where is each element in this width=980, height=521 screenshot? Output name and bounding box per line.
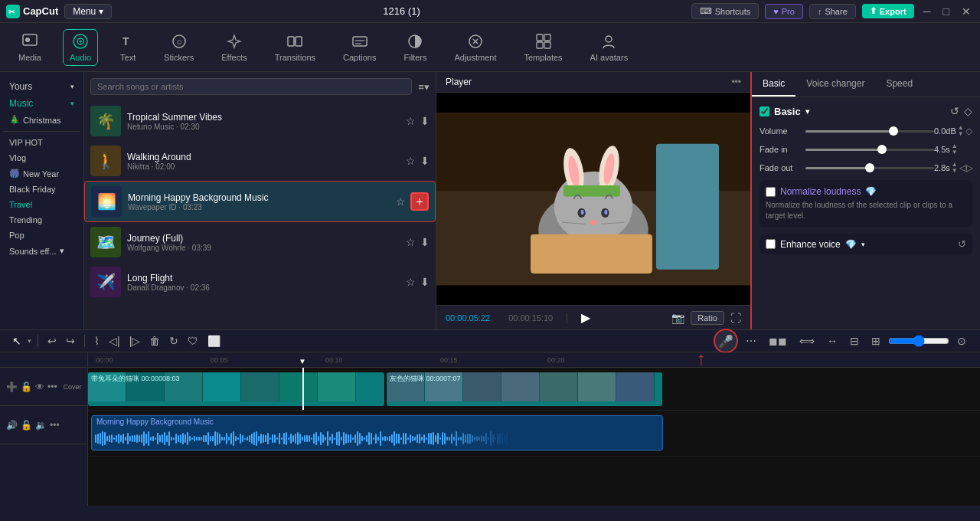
sidebar-item-new-year[interactable]: 🎆 New Year	[3, 165, 80, 182]
zoom-slider[interactable]	[888, 335, 949, 347]
sidebar-item-sounds[interactable]: Sounds eff... ▾	[3, 243, 80, 259]
sidebar-item-trending[interactable]: Trending	[3, 212, 80, 228]
fullscreen-button[interactable]: ⛶	[730, 311, 741, 325]
trim-left-button[interactable]: ◁|	[106, 333, 123, 349]
record-button[interactable]: 🎤	[714, 329, 738, 353]
ratio-button[interactable]: Ratio	[691, 311, 724, 325]
music-title-4: Journey (Full)	[127, 233, 400, 244]
zoom-fit-button[interactable]: ⊙	[952, 333, 971, 349]
download-button-4[interactable]: ⬇	[420, 236, 430, 248]
download-button-1[interactable]: ⬇	[420, 115, 430, 127]
timeline-tool-2[interactable]: ◼◼	[764, 333, 792, 349]
video-segment-2[interactable]: 灰色的猫咪 00:0007:07	[387, 372, 662, 406]
audio-track-more-icon[interactable]: •••	[50, 420, 60, 431]
video-track-eye-icon[interactable]: 👁	[35, 382, 44, 392]
video-track-add-icon[interactable]: ➕	[6, 382, 18, 392]
fade-in-down-button[interactable]: ▼	[952, 149, 958, 156]
volume-down-button[interactable]: ▼	[958, 131, 964, 137]
volume-slider[interactable]	[805, 130, 934, 133]
volume-keyframe-button[interactable]: ◇	[965, 126, 972, 136]
sidebar-item-pop[interactable]: Pop	[3, 228, 80, 243]
tool-text[interactable]: T Text	[113, 30, 142, 65]
shield-button[interactable]: 🛡	[185, 333, 201, 349]
timeline-tool-6[interactable]: ⊞	[867, 333, 885, 349]
music-section-header[interactable]: Music ▾	[3, 95, 80, 112]
tool-effects[interactable]: Effects	[215, 30, 253, 65]
favorite-button-1[interactable]: ☆	[406, 115, 416, 127]
tab-speed[interactable]: Speed	[875, 72, 923, 97]
sidebar-item-travel[interactable]: Travel	[3, 197, 80, 212]
audio-track-add-icon[interactable]: 🔊	[6, 420, 18, 431]
redo-button[interactable]: ↪	[63, 333, 78, 349]
music-item[interactable]: 🗺️ Journey (Full) Wolfgang Wöhrle · 03:3…	[84, 222, 436, 262]
timeline-tool-5[interactable]: ⊟	[845, 333, 864, 349]
loop-button[interactable]: ↻	[166, 333, 181, 349]
tool-audio[interactable]: Audio	[63, 29, 98, 66]
frame-button[interactable]: ⬜	[204, 333, 224, 349]
sidebar-item-christmas[interactable]: 🎄 Christmas	[3, 112, 80, 128]
play-button[interactable]: ▶	[581, 310, 590, 325]
tool-media[interactable]: Media	[12, 30, 47, 65]
audio-segment[interactable]: Morning Happy Background Music	[91, 415, 663, 451]
sidebar-item-black-friday[interactable]: Black Friday	[3, 182, 80, 197]
fade-out-controls[interactable]: ◁▷	[959, 162, 973, 173]
maximize-button[interactable]: □	[940, 5, 952, 18]
timeline-tool-4[interactable]: ↔	[822, 333, 842, 349]
sidebar-item-vip-hot[interactable]: VIP HOT	[3, 135, 80, 150]
tool-captions[interactable]: Captions	[337, 30, 382, 65]
audio-track-vol-icon[interactable]: 🔉	[35, 420, 47, 431]
download-button-5[interactable]: ⬇	[420, 276, 430, 288]
tool-adjustment[interactable]: Adjustment	[448, 30, 502, 65]
enhance-settings-button[interactable]: ↺	[958, 238, 966, 250]
video-segment-1[interactable]: 带兔耳朵的猫咪 00:00008:03	[88, 372, 384, 406]
screenshot-button[interactable]: 📷	[671, 311, 684, 325]
music-item[interactable]: 🚶 Walking Around Nikitτa · 02:00 ☆ ⬇	[84, 141, 436, 181]
tool-transitions[interactable]: Transitions	[269, 30, 322, 65]
tab-voice-changer[interactable]: Voice changer	[795, 72, 875, 97]
favorite-button-4[interactable]: ☆	[406, 236, 416, 248]
fade-in-slider[interactable]	[805, 149, 934, 151]
sidebar-item-vlog[interactable]: Vlog	[3, 150, 80, 165]
video-track-more-icon[interactable]: •••	[47, 382, 57, 392]
reset-button[interactable]: ↺	[950, 105, 959, 117]
music-item[interactable]: ✈️ Long Flight Danall Draganov · 02:36 ☆…	[84, 262, 436, 302]
menu-button[interactable]: Menu ▾	[64, 4, 112, 19]
fade-out-down-button[interactable]: ▼	[952, 168, 958, 174]
filter-button[interactable]: ≡▾	[418, 81, 430, 93]
normalize-checkbox[interactable]	[766, 187, 776, 197]
tool-templates[interactable]: Templates	[518, 30, 568, 65]
search-input[interactable]	[90, 78, 412, 95]
timeline-tool-1[interactable]: ⋯	[741, 333, 761, 349]
minimize-button[interactable]: ─	[920, 5, 934, 18]
timeline-tool-3[interactable]: ⟺	[795, 333, 819, 349]
music-item[interactable]: 🌴 Tropical Summer Vibes Netuno Music · 0…	[84, 101, 436, 141]
tool-filters[interactable]: Filters	[397, 30, 433, 65]
delete-button[interactable]: 🗑	[146, 333, 163, 349]
favorite-button-2[interactable]: ☆	[406, 155, 416, 167]
tab-basic[interactable]: Basic	[752, 72, 795, 97]
share-button[interactable]: ↑ Share	[809, 4, 856, 19]
export-button[interactable]: ⬆ Export	[862, 4, 914, 18]
favorite-button-5[interactable]: ☆	[406, 276, 416, 288]
shortcuts-button[interactable]: ⌨ Shortcuts	[691, 3, 759, 19]
yours-dropdown[interactable]: Yours ▾	[3, 78, 80, 95]
fade-out-slider[interactable]	[805, 167, 934, 169]
tool-stickers[interactable]: ☺ Stickers	[158, 30, 200, 65]
download-button-2[interactable]: ⬇	[420, 155, 430, 167]
close-button[interactable]: ✕	[959, 5, 974, 18]
trim-right-button[interactable]: |▷	[126, 333, 144, 349]
basic-checkbox[interactable]	[760, 106, 769, 116]
music-item-active[interactable]: 🌅 Morning Happy Background Music Wavepap…	[84, 181, 436, 222]
playhead[interactable]	[302, 368, 304, 410]
add-button-3[interactable]: ＋	[410, 192, 429, 211]
enhance-checkbox[interactable]	[766, 239, 776, 249]
keyframe-button[interactable]: ◇	[964, 105, 972, 117]
cursor-tool-button[interactable]: ↖	[9, 333, 24, 349]
split-button[interactable]: ⌇	[91, 333, 103, 349]
undo-button[interactable]: ↩	[44, 333, 60, 349]
favorite-button-3[interactable]: ☆	[396, 195, 406, 208]
audio-track-lock-icon[interactable]: 🔓	[21, 420, 32, 431]
video-track-lock-icon[interactable]: 🔓	[21, 382, 32, 392]
pro-button[interactable]: ♥ Pro	[765, 4, 803, 19]
tool-ai-avatars[interactable]: AI avatars	[584, 30, 635, 65]
